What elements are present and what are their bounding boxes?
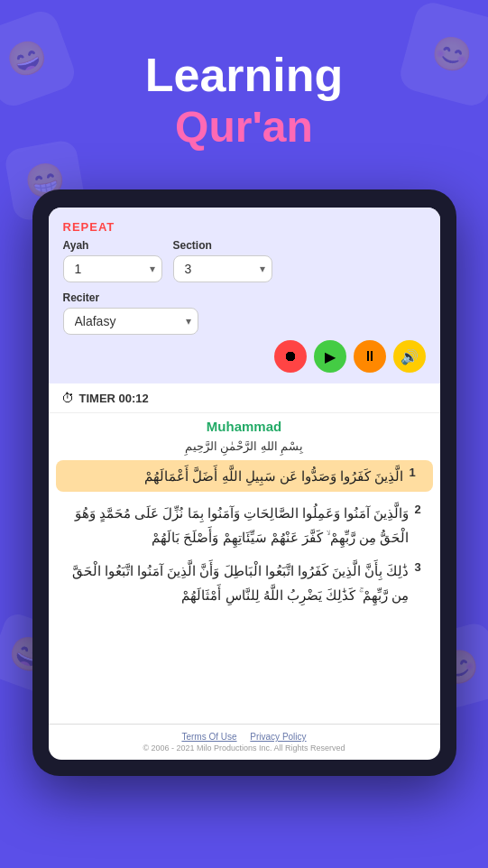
reciter-select[interactable]: Alafasy Other (63, 308, 198, 335)
record-button[interactable]: ⏺ (274, 340, 307, 373)
ayah-text-3: ذَٰلِكَ بِأَنَّ الَّذِينَ كَفَرُوا اتَّب… (56, 559, 410, 607)
privacy-link[interactable]: Privacy Policy (250, 732, 306, 742)
section-label: Section (173, 239, 272, 252)
ayah-number-1: 1 (410, 464, 428, 479)
ayah-text-1: الَّذِينَ كَفَرُوا وَصَدُّوا عَن سَبِيلِ… (61, 464, 404, 488)
ayah-select-group: Ayah 1 2 3 ▾ (63, 239, 162, 282)
surah-name: Muhammad (56, 419, 433, 434)
play-button[interactable]: ▶ (314, 340, 346, 373)
content-area: ⏱ TIMER 00:12 Muhammad بِسْمِ اللهِ الرَ… (49, 383, 440, 760)
ayah-label: Ayah (63, 239, 162, 252)
tablet-footer: Terms Of Use Privacy Policy © 2006 - 202… (49, 724, 440, 760)
section-select-wrapper[interactable]: 3 1 2 ▾ (173, 255, 272, 282)
playback-row: ⏺ ▶ ⏸ 🔊 (63, 335, 426, 374)
ayah-row-3: 3 ذَٰلِكَ بِأَنَّ الَّذِينَ كَفَرُوا اتَ… (56, 559, 433, 607)
repeat-label: REPEAT (63, 220, 426, 234)
tablet-screen: REPEAT Ayah 1 2 3 ▾ Sect (49, 208, 440, 760)
tablet-frame: REPEAT Ayah 1 2 3 ▾ Sect (32, 189, 456, 776)
section-select[interactable]: 3 1 2 (173, 255, 272, 282)
terms-link[interactable]: Terms Of Use (181, 732, 236, 742)
ayah-number-3: 3 (415, 559, 433, 574)
pause-button[interactable]: ⏸ (354, 340, 386, 373)
ayah-text-2: وَالَّذِينَ آمَنُوا وَعَمِلُوا الصَّالِح… (56, 501, 410, 549)
reciter-select-group: Reciter Alafasy Other ▾ (63, 291, 426, 335)
ayah-number-2: 2 (415, 501, 433, 516)
ayah-select-wrapper[interactable]: 1 2 3 ▾ (63, 255, 162, 282)
footer-copyright: © 2006 - 2021 Milo Productions Inc. All … (58, 743, 431, 753)
reciter-label: Reciter (63, 291, 426, 304)
volume-button[interactable]: 🔊 (393, 340, 426, 373)
timer-bar: ⏱ TIMER 00:12 (49, 383, 440, 413)
timer-text: TIMER 00:12 (79, 392, 149, 405)
timer-icon: ⏱ (61, 391, 74, 405)
reciter-select-wrapper[interactable]: Alafasy Other ▾ (63, 308, 198, 335)
ayah-row-2: 2 وَالَّذِينَ آمَنُوا وَعَمِلُوا الصَّال… (56, 501, 433, 549)
footer-links: Terms Of Use Privacy Policy (58, 732, 431, 742)
ayah-select[interactable]: 1 2 3 (63, 255, 162, 282)
section-select-group: Section 3 1 2 ▾ (173, 239, 272, 282)
bismillah-text: بِسْمِ اللهِ الرَّحْمٰنِ الرَّحِيمِ (56, 439, 433, 453)
surah-content: Muhammad بِسْمِ اللهِ الرَّحْمٰنِ الرَّح… (49, 413, 440, 724)
ayah-row-1: 1 الَّذِينَ كَفَرُوا وَصَدُّوا عَن سَبِي… (56, 460, 433, 492)
selects-row: Ayah 1 2 3 ▾ Section 3 (63, 239, 426, 282)
controls-area: REPEAT Ayah 1 2 3 ▾ Sect (49, 208, 440, 383)
